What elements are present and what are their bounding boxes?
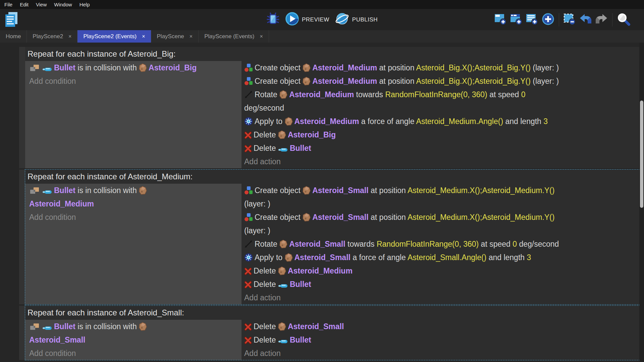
event-body: Bullet is in collision with Asteroid_Med…: [25, 184, 639, 304]
tab-close-icon[interactable]: ×: [260, 34, 263, 40]
row-text: deg/second: [244, 104, 284, 112]
redo-button[interactable]: [595, 13, 608, 26]
row-text: Delete: [254, 266, 278, 275]
row-text: Create object: [255, 63, 303, 72]
preview-button[interactable]: PREVIEW: [285, 12, 329, 27]
action-row[interactable]: Rotate Asteroid_Medium towards RandomFlo…: [244, 88, 637, 115]
event-header[interactable]: Repeat for each instance of Asteroid_Med…: [25, 170, 639, 184]
action-row[interactable]: Create object Asteroid_Medium at positio…: [244, 74, 637, 88]
event-drag-handle[interactable]: [19, 47, 25, 168]
asteroid-icon: [139, 63, 147, 72]
row-text: at position: [377, 63, 416, 72]
repeat-event-block[interactable]: Repeat for each instance of Asteroid_Sma…: [25, 306, 639, 360]
tab-close-icon[interactable]: ×: [190, 34, 193, 40]
action-row[interactable]: Create object Asteroid_Small at position…: [244, 210, 637, 237]
add-comment-button[interactable]: [526, 13, 539, 27]
conditions-column: Bullet is in collision with Asteroid_Med…: [25, 184, 241, 304]
row-text: at position: [369, 213, 408, 222]
object-name: Asteroid_Big: [288, 130, 336, 139]
rotate-icon: [244, 240, 253, 248]
menu-bar: FileEditViewWindowHelp: [0, 0, 644, 9]
tab-playscene2-events-[interactable]: PlayScene2 (Events)×: [77, 30, 151, 43]
add-action-button[interactable]: Add action: [244, 291, 637, 304]
menu-file[interactable]: File: [1, 0, 16, 9]
condition-row[interactable]: Bullet is in collision with Asteroid_Sma…: [29, 320, 238, 347]
search-button[interactable]: [616, 12, 631, 27]
publish-label: PUBLISH: [352, 16, 378, 23]
object-name: Asteroid_Medium: [289, 90, 354, 99]
object-name: Asteroid_Medium: [288, 266, 353, 275]
object-name: Asteroid_Medium: [312, 77, 377, 85]
tab-label: PlayScene: [157, 33, 184, 40]
add-sub-event-button[interactable]: [510, 13, 523, 27]
add-condition-button[interactable]: Add condition: [29, 74, 238, 88]
object-name: Asteroid_Small: [288, 322, 344, 331]
menu-help[interactable]: Help: [76, 0, 94, 9]
action-row[interactable]: Apply to Asteroid_Small a force of angle…: [244, 251, 637, 264]
undo-button[interactable]: [579, 13, 592, 26]
condition-row[interactable]: Bullet is in collision with Asteroid_Med…: [29, 184, 238, 210]
condition-row[interactable]: Bullet is in collision with Asteroid_Big: [29, 61, 238, 74]
gdevelop-window: FileEditViewWindowHelp: [0, 0, 644, 362]
expression: RandomFloatInRange(0, 360): [385, 90, 487, 99]
project-manager-button[interactable]: [4, 11, 19, 29]
action-row[interactable]: Delete Bullet: [244, 333, 637, 347]
search-icon: [616, 12, 631, 27]
add-action-button[interactable]: Add action: [244, 347, 637, 360]
tab-playscene[interactable]: PlayScene×: [151, 30, 199, 43]
action-row[interactable]: Delete Bullet: [244, 278, 637, 291]
row-text: at position: [377, 77, 416, 85]
row-text: towards: [354, 90, 385, 99]
tab-home[interactable]: Home: [0, 30, 27, 43]
action-row[interactable]: Rotate Asteroid_Small towards RandomFloa…: [244, 237, 637, 251]
publish-button[interactable]: PUBLISH: [335, 12, 378, 27]
event-drag-handle[interactable]: [19, 306, 25, 360]
add-condition-button[interactable]: Add condition: [29, 347, 238, 360]
vertical-scrollbar[interactable]: [639, 43, 644, 362]
event-drag-handle[interactable]: [19, 170, 25, 304]
expression: Asteroid_Big.X();Asteroid_Big.Y(): [416, 63, 531, 72]
force-icon: [244, 253, 253, 262]
repeat-event-block[interactable]: Repeat for each instance of Asteroid_Med…: [25, 170, 639, 304]
delete-icon: [244, 131, 252, 139]
tab-close-icon[interactable]: ×: [68, 34, 71, 40]
add-event-button[interactable]: [494, 13, 507, 27]
add-more-button[interactable]: [541, 12, 555, 27]
conditions-column: Bullet is in collision with Asteroid_Sma…: [25, 320, 241, 360]
action-row[interactable]: Apply to Asteroid_Medium a force of angl…: [244, 115, 637, 128]
add-comment-icon: [526, 13, 539, 27]
action-row[interactable]: Delete Asteroid_Small: [244, 320, 637, 333]
repeat-event-block[interactable]: Repeat for each instance of Asteroid_Big…: [25, 47, 639, 168]
asteroid-icon: [279, 240, 287, 248]
object-name: Bullet: [54, 186, 75, 195]
bullet-icon: [42, 325, 52, 331]
delete-selection-button[interactable]: [563, 13, 577, 27]
action-row[interactable]: Delete Asteroid_Medium: [244, 264, 637, 278]
publish-icon: [335, 12, 350, 27]
object-name: Asteroid_Medium: [294, 117, 359, 126]
row-text: Delete: [254, 130, 278, 139]
action-row[interactable]: Create object Asteroid_Medium at positio…: [244, 61, 637, 74]
object-name: Bullet: [290, 144, 311, 153]
tab-close-icon[interactable]: ×: [142, 34, 145, 40]
action-row[interactable]: Create object Asteroid_Small at position…: [244, 184, 637, 210]
event-header[interactable]: Repeat for each instance of Asteroid_Sma…: [25, 306, 639, 320]
event-header[interactable]: Repeat for each instance of Asteroid_Big…: [25, 47, 639, 61]
row-text: is in collision with: [75, 322, 139, 331]
tab-playscene2[interactable]: PlayScene2×: [27, 30, 77, 43]
menu-edit[interactable]: Edit: [16, 0, 32, 9]
add-action-button[interactable]: Add action: [244, 155, 637, 168]
rotate-icon: [244, 90, 253, 99]
menu-view[interactable]: View: [32, 0, 50, 9]
debugger-button[interactable]: [266, 12, 280, 27]
tab-playscene-events-[interactable]: PlayScene (Events)×: [199, 30, 269, 43]
row-text: at speed: [479, 240, 513, 248]
scrollbar-thumb[interactable]: [640, 101, 643, 208]
row-text: (layer: ): [244, 226, 270, 235]
bullet-icon: [42, 67, 52, 72]
add-condition-button[interactable]: Add condition: [29, 210, 238, 224]
action-row[interactable]: Delete Bullet: [244, 141, 637, 155]
menu-window[interactable]: Window: [50, 0, 75, 9]
row-text: Delete: [254, 280, 278, 289]
action-row[interactable]: Delete Asteroid_Big: [244, 128, 637, 141]
